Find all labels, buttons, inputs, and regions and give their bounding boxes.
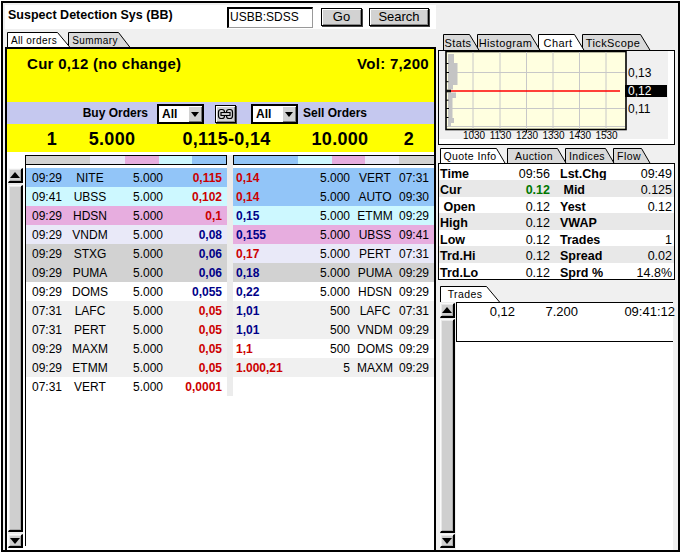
svg-text:Indices: Indices [569,150,605,162]
svg-text:1330: 1330 [542,130,565,141]
svg-text:1030: 1030 [463,130,486,141]
svg-text:1530: 1530 [595,130,618,141]
svg-text:0,13: 0,13 [628,66,652,80]
svg-text:Auction: Auction [515,150,553,162]
svg-text:1230: 1230 [516,130,539,141]
svg-text:Flow: Flow [617,150,641,162]
svg-text:Quote Info: Quote Info [443,150,496,162]
svg-text:Chart: Chart [544,37,573,49]
svg-text:TickScope: TickScope [586,37,641,49]
svg-text:All orders: All orders [11,35,57,46]
svg-text:0,11: 0,11 [628,102,651,116]
svg-text:1430: 1430 [569,130,592,141]
svg-text:1130: 1130 [490,130,512,141]
svg-text:Stats: Stats [444,37,471,49]
svg-text:0,12: 0,12 [628,84,652,98]
svg-text:Summary: Summary [72,35,118,46]
svg-text:Trades: Trades [448,288,483,300]
svg-text:Histogram: Histogram [479,37,533,49]
